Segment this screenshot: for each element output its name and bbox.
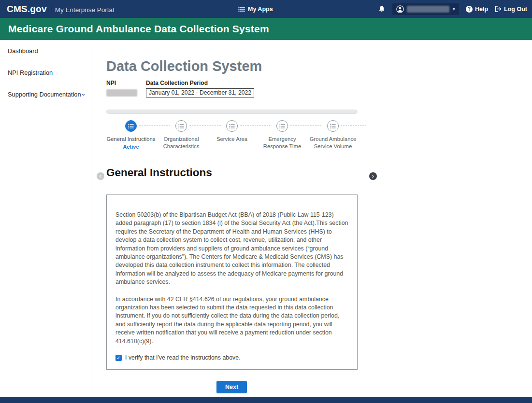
period-value: January 01, 2022 - December 31, 2022 bbox=[146, 88, 254, 97]
help-link[interactable]: ? Help bbox=[466, 6, 488, 13]
step-service-area[interactable]: Service Area bbox=[205, 120, 259, 143]
logout-label: Log Out bbox=[504, 6, 527, 13]
step-icon-circle[interactable] bbox=[125, 120, 137, 132]
step-icon-circle[interactable] bbox=[175, 120, 187, 132]
stepper-next-button[interactable]: › bbox=[369, 172, 377, 180]
next-button[interactable]: Next bbox=[216, 381, 247, 393]
app-title: Medicare Ground Ambulance Data Collectio… bbox=[8, 23, 269, 35]
footer-bar bbox=[0, 397, 532, 403]
sidebar-item-label: Dashboard bbox=[8, 47, 38, 55]
sidebar-item-dashboard[interactable]: Dashboard bbox=[0, 40, 92, 62]
sidebar-divider bbox=[92, 48, 92, 397]
verify-row: ✓ I verify that I've read the instructio… bbox=[115, 354, 348, 361]
user-account-menu[interactable]: ▾ bbox=[392, 3, 459, 15]
step-general-instructions[interactable]: General Instructions Active bbox=[104, 120, 158, 150]
step-label: Emergency Response Time bbox=[256, 136, 309, 151]
portal-name: My Enterprise Portal bbox=[55, 6, 114, 14]
sidebar-item-supporting-documentation[interactable]: Supporting Documentation ⌄ bbox=[0, 83, 92, 105]
step-organizational-characteristics[interactable]: Organizational Characteristics bbox=[155, 120, 208, 151]
top-navigation-bar: CMS.gov My Enterprise Portal My Apps bbox=[0, 0, 532, 18]
my-apps-label: My Apps bbox=[248, 6, 273, 13]
step-label: Service Area bbox=[205, 136, 259, 143]
logout-icon bbox=[495, 6, 502, 12]
step-status: Active bbox=[104, 144, 158, 150]
chevron-down-icon: ⌄ bbox=[81, 90, 86, 97]
username-redacted bbox=[407, 6, 449, 13]
step-ground-ambulance-service-volume[interactable]: Ground Ambulance Service Volume bbox=[306, 120, 359, 151]
app-header: Medicare Ground Ambulance Data Collectio… bbox=[0, 18, 532, 40]
sidebar-item-label: Supporting Documentation bbox=[8, 91, 81, 98]
form-list-icon bbox=[330, 124, 336, 129]
period-label: Data Collection Period bbox=[146, 80, 254, 86]
topbar-right-group: ▾ ? Help Log Out bbox=[378, 0, 527, 18]
step-navigator: ‹ General Instructions Active bbox=[97, 120, 367, 159]
sidebar-item-label: NPI Registration bbox=[8, 69, 53, 76]
caret-down-icon: ▾ bbox=[452, 6, 455, 12]
list-icon bbox=[238, 6, 245, 12]
step-label: General Instructions bbox=[104, 136, 158, 143]
verify-checkbox-label: I verify that I've read the instructions… bbox=[125, 354, 241, 361]
step-icon-circle[interactable] bbox=[327, 120, 339, 132]
step-label: Ground Ambulance Service Volume bbox=[306, 136, 359, 151]
verify-checkbox[interactable]: ✓ bbox=[115, 355, 122, 361]
form-list-icon bbox=[229, 124, 235, 129]
sidebar: Dashboard NPI Registration Supporting Do… bbox=[0, 40, 92, 105]
section-title: General Instructions bbox=[106, 167, 212, 179]
chevron-right-icon: › bbox=[372, 173, 374, 179]
page-title: Data Collection System bbox=[106, 58, 262, 74]
stepper-prev-button[interactable]: ‹ bbox=[97, 172, 104, 180]
notifications-bell-icon[interactable] bbox=[378, 5, 386, 13]
data-collection-period-field: Data Collection Period January 01, 2022 … bbox=[146, 80, 254, 97]
instructions-paragraph-2: In accordance with 42 CFR §414.626 of ou… bbox=[115, 295, 348, 346]
my-apps-menu[interactable]: My Apps bbox=[238, 0, 273, 18]
logout-link[interactable]: Log Out bbox=[495, 6, 527, 13]
user-avatar-icon bbox=[396, 5, 404, 13]
form-list-icon bbox=[128, 124, 134, 129]
sidebar-item-npi-registration[interactable]: NPI Registration bbox=[0, 62, 92, 83]
help-label: Help bbox=[475, 6, 488, 13]
progress-bar bbox=[106, 110, 358, 114]
npi-field: NPI bbox=[106, 80, 137, 97]
cms-logo[interactable]: CMS.gov bbox=[7, 4, 47, 14]
brand[interactable]: CMS.gov My Enterprise Portal bbox=[7, 4, 114, 14]
brand-divider bbox=[51, 4, 51, 14]
step-emergency-response-time[interactable]: Emergency Response Time bbox=[256, 120, 309, 151]
step-label: Organizational Characteristics bbox=[155, 136, 208, 151]
form-list-icon bbox=[178, 124, 184, 129]
page: CMS.gov My Enterprise Portal My Apps bbox=[0, 0, 532, 403]
instructions-paragraph-1: Section 50203(b) of the Bipartisan Budge… bbox=[115, 211, 348, 287]
instructions-panel: Section 50203(b) of the Bipartisan Budge… bbox=[106, 195, 358, 370]
chevron-left-icon: ‹ bbox=[100, 173, 101, 179]
npi-label: NPI bbox=[106, 80, 137, 86]
form-list-icon bbox=[279, 124, 285, 129]
step-icon-circle[interactable] bbox=[226, 120, 238, 132]
step-icon-circle[interactable] bbox=[276, 120, 288, 132]
help-icon: ? bbox=[466, 6, 473, 13]
npi-value-redacted bbox=[106, 89, 137, 97]
